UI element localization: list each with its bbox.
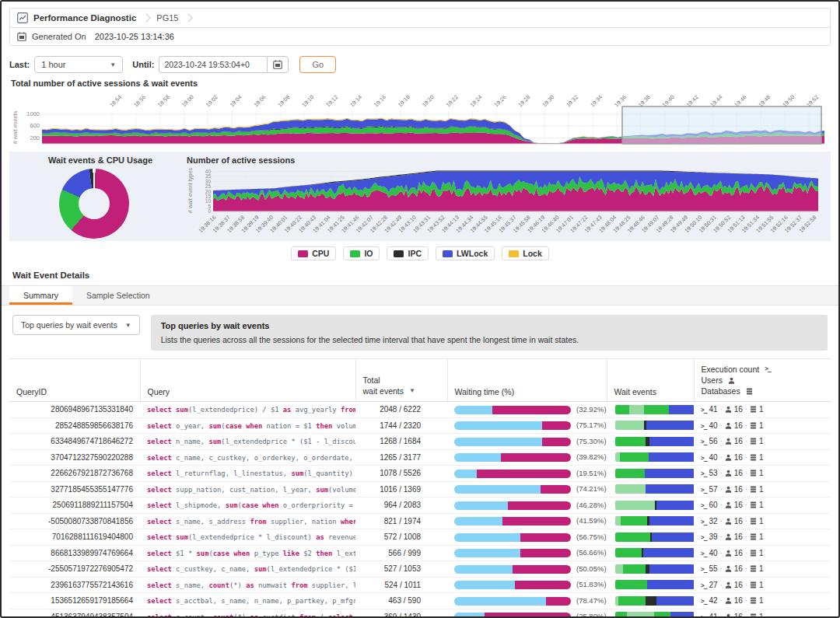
queryid-cell: -2550571972276905472 <box>9 561 140 578</box>
query-view-select[interactable]: Top queries by wait events▼ <box>12 315 140 335</box>
waiting-time-bar <box>454 406 571 414</box>
time-filter-bar: Last: 1 hour▼ Until: 2023-10-24 19:53:04… <box>9 56 831 73</box>
waiting-time-percent: (75.30%) <box>576 437 607 445</box>
query-view-select-value: Top queries by wait events <box>21 320 117 330</box>
legend-chip-ipc[interactable]: IPC <box>387 246 429 260</box>
total-wait-events-cell: 821 / 1974 <box>355 513 447 529</box>
waiting-time-percent: (56.75%) <box>576 532 607 541</box>
execution-cell: >_ 55· 16· 1 <box>694 561 831 578</box>
query-cell: select $1 * sum(case when p_type like $2… <box>140 545 355 561</box>
legend-chip-lwlock[interactable]: LWLock <box>436 246 495 260</box>
sort-desc-icon: ▼ <box>409 386 415 396</box>
wait-seg-b <box>656 596 694 606</box>
col-total-wait-events[interactable]: Total wait events▼ <box>355 359 447 402</box>
wait-events-cell <box>607 481 694 498</box>
wait-seg-g <box>615 612 627 618</box>
wait-seg-b <box>652 532 694 542</box>
col-execution[interactable]: Execution count>_ Users Databases <box>694 359 831 402</box>
query-cell: select l_shipmode, sum(case when o_order… <box>140 498 355 514</box>
cpu-segment <box>502 517 571 525</box>
svg-text:19:28: 19:28 <box>516 93 531 108</box>
wait-seg-g <box>615 532 650 542</box>
top-chart[interactable]: 200600100018:5418:5618:5819:0019:0219:04… <box>9 88 831 150</box>
last-select-value: 1 hour <box>41 60 65 69</box>
svg-text:19:12: 19:12 <box>324 93 339 108</box>
table-row[interactable]: 6334849674718646272select n_name, sum(l_… <box>9 434 831 450</box>
wait-seg-l <box>629 405 643 414</box>
table-row[interactable]: 2806948967135331840select sum(l_extended… <box>9 402 831 418</box>
table-row[interactable]: 2396163775572143616select s_name, count(… <box>9 577 831 593</box>
query-cell: select supp_nation, cust_nation, l_year,… <box>140 481 355 498</box>
tab-summary[interactable]: Summary <box>9 286 72 305</box>
svg-text:19:34: 19:34 <box>589 93 604 108</box>
queryid-cell: 8668133989974769664 <box>9 545 140 561</box>
queryid-cell: 2806948967135331840 <box>9 402 140 418</box>
wait-seg-b <box>645 469 694 478</box>
waiting-time-percent: (32.92%) <box>576 405 607 414</box>
user-icon <box>725 454 732 461</box>
table-row[interactable]: -2550571972276905472select c_custkey, c_… <box>9 561 831 578</box>
legend-chip-cpu[interactable]: CPU <box>291 246 336 260</box>
legend-chip-io[interactable]: IO <box>343 246 380 260</box>
tab-sample-selection[interactable]: Sample Selection <box>72 286 164 305</box>
user-icon <box>725 581 732 588</box>
col-waiting-time[interactable]: Waiting time (%) <box>447 359 607 402</box>
waiting-time-percent: (39.82%) <box>576 452 607 461</box>
lwlock-swatch <box>443 250 453 257</box>
user-icon <box>725 533 732 540</box>
waiting-segment <box>454 485 541 494</box>
total-sessions-wait-events-chart[interactable]: 200600100018:5418:5618:5819:0019:0219:04… <box>9 88 834 150</box>
wait-seg-g <box>620 452 649 462</box>
waiting-segment <box>454 517 502 525</box>
col-queryid[interactable]: QueryID <box>9 359 140 402</box>
waiting-time-cell: (19.51%) <box>447 466 607 482</box>
table-row[interactable]: 2506911889211157504select l_shipmode, su… <box>9 498 831 514</box>
wait-seg-b <box>649 452 694 462</box>
table-row[interactable]: 2266267921872736768select l_returnflag, … <box>9 466 831 482</box>
table-row[interactable]: -4513637949438357504select c_count, coun… <box>9 609 831 618</box>
table-row[interactable]: 7016288111619404800select sum(l_extended… <box>9 529 831 546</box>
table-row[interactable]: 3277185455355147776select supp_nation, c… <box>9 481 831 498</box>
wait-events-cell <box>607 498 694 514</box>
user-icon <box>725 486 732 493</box>
waiting-time-bar <box>454 613 571 618</box>
total-wait-events-cell: 524 / 1011 <box>355 577 447 593</box>
wait-seg-g <box>615 405 629 414</box>
queryid-cell: -4513637949438357504 <box>9 609 140 618</box>
last-select[interactable]: 1 hour▼ <box>34 56 123 73</box>
table-row[interactable]: 8668133989974769664select $1 * sum(case … <box>9 545 831 561</box>
legend-chip-lock[interactable]: Lock <box>502 246 549 260</box>
execution-cell: >_ 41· 16· 1 <box>694 609 831 618</box>
table-row[interactable]: 285248859856638176select o_year, sum(cas… <box>9 417 831 434</box>
wait-seg-l <box>615 516 621 525</box>
generated-on-value: 2023-10-25 13:14:36 <box>95 32 174 41</box>
svg-text:19:02: 19:02 <box>205 93 219 108</box>
queryid-cell: 1536512659179185664 <box>9 593 140 609</box>
breadcrumb-item-pg15[interactable]: PG15 <box>156 13 178 23</box>
terminal-icon: >_ <box>701 502 707 509</box>
wait-events-cell <box>607 417 694 434</box>
table-row[interactable]: 3704712327590220288select c_name, c_cust… <box>9 449 831 466</box>
col-query[interactable]: Query <box>140 359 355 402</box>
until-calendar-button[interactable] <box>267 56 289 73</box>
wait-seg-l <box>627 612 654 618</box>
waiting-time-cell: (74.21%) <box>447 481 607 498</box>
svg-text:19:08: 19:08 <box>276 93 291 108</box>
col-wait-events[interactable]: Wait events <box>607 359 694 402</box>
go-button[interactable]: Go <box>299 56 336 73</box>
waiting-time-cell: (75.30%) <box>447 434 607 450</box>
until-input[interactable]: 2023-10-24 19:53:04+0 <box>159 56 267 73</box>
execution-cell: >_ 40· 16· 1 <box>694 417 831 434</box>
time-selection-brush[interactable] <box>622 106 821 144</box>
waiting-time-bar <box>454 501 571 510</box>
donut-chart[interactable] <box>59 169 129 239</box>
table-row[interactable]: 1536512659179185664select s_acctbal, s_n… <box>9 593 831 609</box>
waiting-time-bar <box>454 421 571 430</box>
tab-bar: Summary Sample Selection <box>2 286 838 306</box>
wait-seg-b <box>647 580 694 589</box>
waiting-time-cell: (78.47%) <box>447 593 607 609</box>
svg-text:15: 15 <box>205 194 212 199</box>
table-row[interactable]: -5050080733870841856select s_name, s_add… <box>9 513 831 529</box>
wait-seg-b <box>649 564 694 574</box>
waiting-time-bar <box>454 549 571 557</box>
